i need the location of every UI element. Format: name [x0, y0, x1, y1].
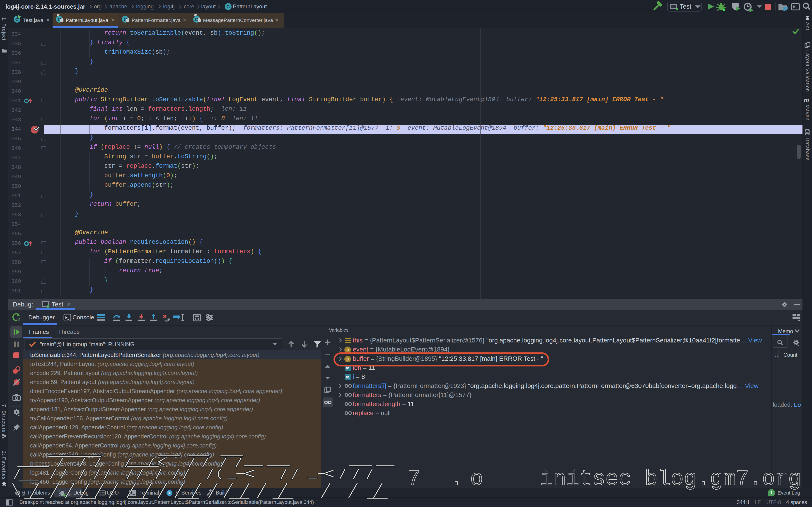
svg-text:Test: Test [680, 3, 692, 10]
